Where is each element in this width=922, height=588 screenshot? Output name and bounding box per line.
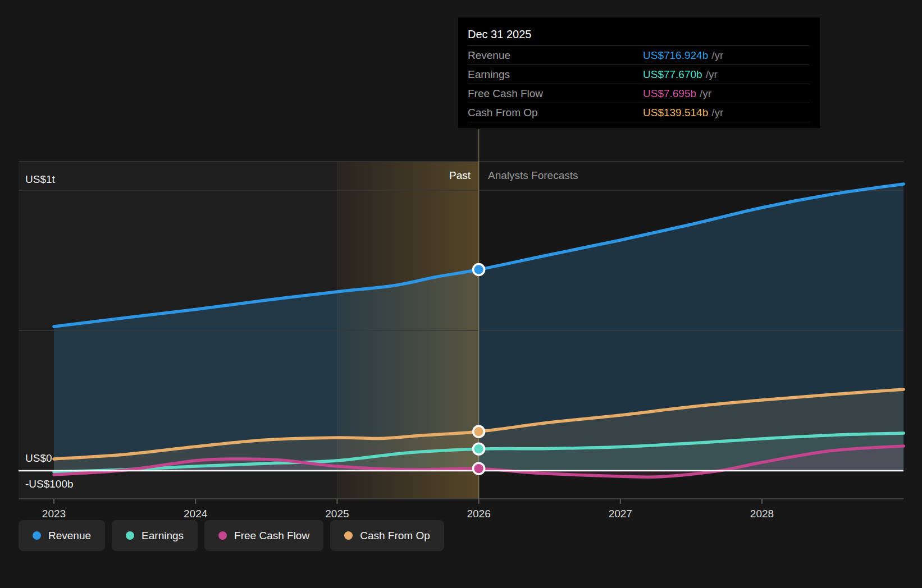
legend-dot-icon bbox=[218, 531, 227, 540]
analysts-forecasts-label: Analysts Forecasts bbox=[488, 169, 578, 182]
marker-dot-revenue bbox=[473, 264, 485, 275]
legend-item-cash-from-op[interactable]: Cash From Op bbox=[330, 520, 444, 551]
marker-dot-earnings bbox=[473, 443, 485, 454]
tooltip-row-label: Free Cash Flow bbox=[468, 88, 643, 100]
tooltip-row-label: Cash From Op bbox=[468, 107, 643, 119]
legend-item-revenue[interactable]: Revenue bbox=[19, 520, 105, 551]
tooltip-row-value: US$7.695b bbox=[643, 88, 696, 100]
y-axis-label-zero: US$0 bbox=[25, 452, 52, 465]
legend-item-earnings[interactable]: Earnings bbox=[112, 520, 198, 551]
tooltip-row-value: US$139.514b bbox=[643, 107, 708, 119]
tooltip-row-free-cash-flow: Free Cash FlowUS$7.695b/yr bbox=[468, 84, 809, 103]
tooltip-row-label: Earnings bbox=[468, 68, 643, 81]
legend-label: Revenue bbox=[48, 530, 91, 542]
legend-label: Earnings bbox=[142, 530, 184, 542]
legend-dot-icon bbox=[33, 531, 41, 540]
tooltip-row-revenue: RevenueUS$716.924b/yr bbox=[468, 46, 809, 65]
tooltip-row-label: Revenue bbox=[468, 49, 643, 62]
page: { "tooltip": { "title": "Dec 31 2025", "… bbox=[0, 0, 922, 588]
y-axis-label-neg100b: -US$100b bbox=[25, 478, 74, 490]
x-axis-label-2027: 2027 bbox=[609, 508, 632, 520]
marker-dot-cash-from-op bbox=[473, 426, 485, 437]
tooltip-row-value: US$77.670b bbox=[643, 68, 702, 81]
tooltip-row-value: US$716.924b bbox=[643, 49, 708, 62]
legend-dot-icon bbox=[344, 531, 353, 540]
x-axis-label-2025: 2025 bbox=[325, 508, 349, 520]
legend-item-free-cash-flow[interactable]: Free Cash Flow bbox=[204, 520, 323, 551]
legend-label: Free Cash Flow bbox=[234, 530, 309, 542]
marker-dot-free-cash-flow bbox=[473, 463, 485, 474]
tooltip-row-earnings: EarningsUS$77.670b/yr bbox=[468, 65, 809, 84]
x-axis-label-2023: 2023 bbox=[42, 508, 66, 520]
x-axis-label-2028: 2028 bbox=[750, 508, 774, 520]
tooltip-row-suffix: /yr bbox=[711, 107, 723, 119]
tooltip-row-suffix: /yr bbox=[711, 49, 723, 62]
past-label: Past bbox=[449, 169, 471, 182]
tooltip: Dec 31 2025 RevenueUS$716.924b/yrEarning… bbox=[457, 17, 821, 129]
legend-dot-icon bbox=[126, 531, 134, 540]
legend-label: Cash From Op bbox=[360, 530, 430, 542]
x-axis-label-2026: 2026 bbox=[467, 508, 490, 520]
x-axis-label-2024: 2024 bbox=[184, 508, 207, 520]
legend: RevenueEarningsFree Cash FlowCash From O… bbox=[19, 520, 444, 551]
tooltip-row-suffix: /yr bbox=[706, 68, 718, 81]
y-axis-label-1t: US$1t bbox=[25, 173, 55, 186]
tooltip-row-cash-from-op: Cash From OpUS$139.514b/yr bbox=[468, 103, 809, 122]
tooltip-row-suffix: /yr bbox=[700, 88, 711, 100]
tooltip-title: Dec 31 2025 bbox=[468, 23, 809, 46]
